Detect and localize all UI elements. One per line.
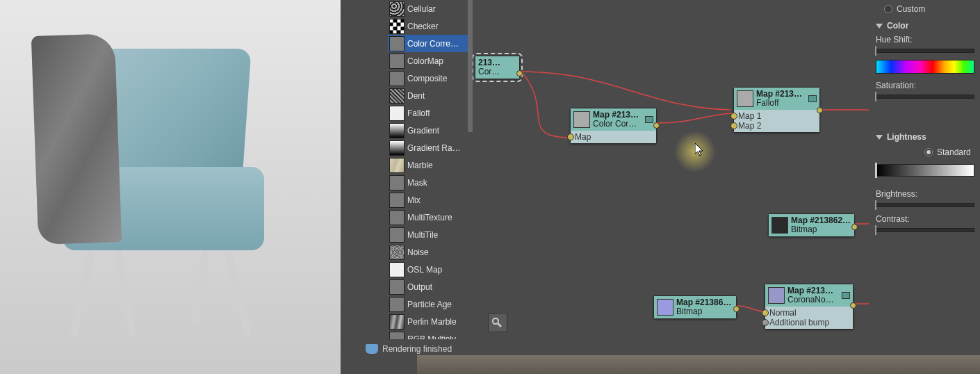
- map-list-item[interactable]: Dent: [388, 87, 473, 104]
- properties-panel: Custom Color Hue Shift: Saturation: Ligh…: [869, 0, 980, 374]
- node-slot-map2[interactable]: Map 2: [734, 121, 819, 131]
- map-list-item[interactable]: Checker: [388, 17, 473, 35]
- radio-custom[interactable]: Custom: [876, 3, 974, 15]
- map-list-item[interactable]: Particle Age: [388, 295, 473, 313]
- map-list-item[interactable]: OSL Map: [388, 261, 473, 278]
- map-list-item[interactable]: Gradient Ra…: [388, 139, 473, 156]
- node-slot-additional-bump[interactable]: Additional bump: [765, 318, 853, 327]
- node-title: Map #213…: [593, 111, 642, 120]
- hue-spectrum[interactable]: [876, 60, 974, 74]
- map-item-label: Mask: [407, 178, 427, 188]
- map-swatch-icon: [389, 245, 405, 260]
- map-swatch-icon: [389, 175, 405, 190]
- find-button[interactable]: [488, 313, 507, 332]
- section-title: Lightness: [887, 132, 926, 142]
- slider-saturation[interactable]: [876, 95, 974, 99]
- map-type-list[interactable]: CellularCheckerColor Corre…ColorMapCompo…: [388, 0, 473, 339]
- map-list-item[interactable]: ColorMap: [388, 52, 473, 70]
- map-list-item[interactable]: Mix: [388, 191, 473, 209]
- label-brightness: Brightness:: [876, 189, 974, 199]
- map-list-item[interactable]: MultiTile: [388, 226, 473, 243]
- label-hue-shift: Hue Shift:: [876, 35, 974, 44]
- node-bitmap-2[interactable]: Map #213862… Bitmap: [653, 295, 737, 319]
- section-color[interactable]: Color: [876, 21, 974, 31]
- radio-icon: [884, 5, 892, 13]
- map-swatch-icon: [389, 193, 405, 208]
- section-title: Color: [887, 21, 908, 31]
- teapot-icon: [366, 344, 378, 354]
- map-swatch-icon: [389, 106, 405, 121]
- chevron-down-icon: [876, 135, 883, 140]
- map-item-label: Noise: [407, 247, 429, 257]
- node-falloff[interactable]: Map #213… Falloff Map 1 Map 2: [733, 87, 820, 133]
- slider-brightness[interactable]: [876, 203, 974, 207]
- map-item-label: Perlin Marble: [407, 317, 457, 327]
- node-subtitle: Bitmap: [791, 225, 851, 234]
- map-swatch-icon: [389, 158, 405, 173]
- node-subtitle: Cor…: [478, 67, 516, 76]
- scrollbar-thumb[interactable]: [468, 0, 473, 132]
- map-swatch-icon: [389, 279, 405, 295]
- map-item-label: MultiTile: [407, 230, 438, 240]
- radio-label: Standard: [937, 147, 971, 157]
- status-bar: Rendering finished: [361, 343, 456, 355]
- cursor-icon: [695, 143, 706, 159]
- map-item-label: Output: [407, 282, 432, 292]
- timeline-strip[interactable]: [417, 355, 980, 374]
- node-collapse-button[interactable]: [842, 292, 850, 299]
- node-graph[interactable]: 213… Cor… Map #213… Color Cor…: [473, 0, 869, 339]
- slider-contrast[interactable]: [876, 228, 974, 232]
- map-item-label: Gradient: [407, 126, 439, 136]
- lightness-gradient[interactable]: [876, 164, 974, 177]
- map-list-item[interactable]: Composite: [388, 70, 473, 87]
- node-bitmap-1[interactable]: Map #213862… Bitmap: [768, 213, 855, 237]
- map-list-item[interactable]: Marble: [388, 156, 473, 174]
- map-swatch-icon: [389, 71, 405, 86]
- node-slot-normal[interactable]: Normal: [765, 308, 853, 318]
- map-swatch-icon: [389, 332, 405, 340]
- map-swatch-icon: [389, 54, 405, 69]
- map-list-item[interactable]: Perlin Marble: [388, 313, 473, 330]
- map-swatch-icon: [389, 19, 405, 34]
- label-saturation: Saturation:: [876, 81, 974, 90]
- map-list-item[interactable]: Color Corre…: [388, 35, 473, 52]
- map-item-label: Cellular: [407, 4, 436, 14]
- node-thumbnail: [737, 90, 753, 107]
- slider-hue-shift[interactable]: [876, 49, 974, 53]
- map-list-item[interactable]: Falloff: [388, 104, 473, 122]
- node-subtitle: Color Cor…: [593, 120, 642, 129]
- node-collapse-button[interactable]: [645, 116, 653, 123]
- node-slot-map[interactable]: Map: [571, 132, 656, 142]
- map-item-label: Falloff: [407, 108, 430, 118]
- map-list-item[interactable]: Gradient: [388, 122, 473, 139]
- map-swatch-icon: [389, 140, 405, 156]
- chair-render: [38, 49, 288, 313]
- map-list-item[interactable]: Noise: [388, 243, 473, 261]
- node-corona-normal[interactable]: Map #213… CoronaNo… Normal Additional bu…: [765, 284, 854, 330]
- map-item-label: MultiTexture: [407, 213, 452, 222]
- map-swatch-icon: [389, 227, 405, 243]
- node-color-correction-selected[interactable]: 213… Cor…: [475, 56, 520, 79]
- map-list-item[interactable]: MultiTexture: [388, 209, 473, 226]
- map-swatch-icon: [389, 297, 405, 312]
- map-item-label: ColorMap: [407, 56, 443, 66]
- node-title: 213…: [478, 58, 516, 67]
- map-swatch-icon: [389, 314, 405, 330]
- radio-standard[interactable]: Standard: [876, 146, 974, 158]
- section-lightness[interactable]: Lightness: [876, 132, 974, 142]
- node-collapse-button[interactable]: [808, 95, 817, 102]
- node-subtitle: Bitmap: [676, 307, 733, 316]
- map-list-item[interactable]: Mask: [388, 174, 473, 191]
- map-list-item[interactable]: Cellular: [388, 0, 473, 17]
- node-thumbnail: [768, 287, 785, 304]
- node-thumbnail: [771, 217, 788, 234]
- label-contrast: Contrast:: [876, 214, 974, 224]
- map-item-label: Composite: [407, 74, 447, 83]
- map-list-item[interactable]: RGB Multiply: [388, 330, 473, 339]
- node-color-correction[interactable]: Map #213… Color Cor… Map: [570, 108, 657, 144]
- cursor-highlight: [674, 131, 716, 172]
- map-list-item[interactable]: Output: [388, 278, 473, 295]
- map-item-label: Marble: [407, 161, 433, 170]
- node-slot-map1[interactable]: Map 1: [734, 111, 819, 121]
- chevron-down-icon: [876, 24, 883, 29]
